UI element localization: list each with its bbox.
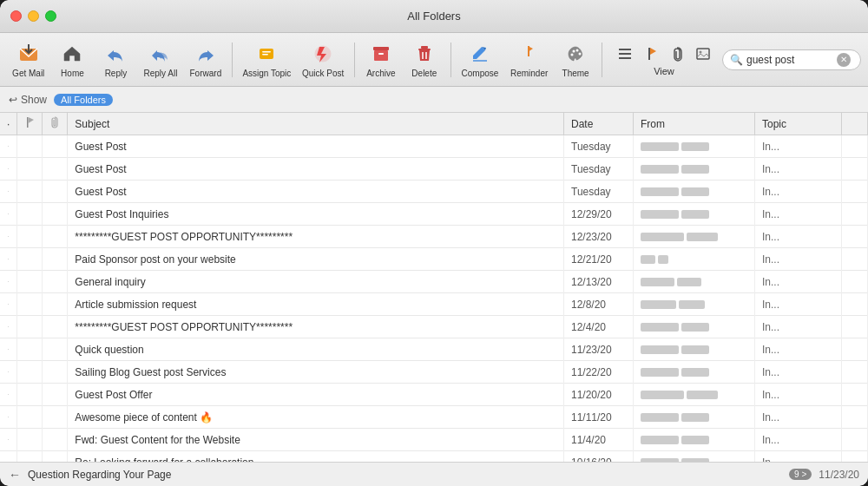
- table-row[interactable]: · Guest Post Tuesday In...: [0, 158, 868, 181]
- folder-badge[interactable]: All Folders: [54, 94, 113, 106]
- quick-post-label: Quick Post: [302, 69, 344, 78]
- search-box[interactable]: 🔍 ✕: [722, 49, 861, 70]
- back-nav-button[interactable]: ←: [9, 468, 21, 482]
- table-row[interactable]: · Re: Looking forward for a collaboratio…: [0, 451, 868, 463]
- email-subject[interactable]: Re: Looking forward for a collaboration: [68, 451, 564, 463]
- delete-icon: [412, 42, 437, 66]
- bottom-badge[interactable]: 9 >: [789, 469, 812, 480]
- table-row[interactable]: · *********GUEST POST OPPORTUNITY*******…: [0, 316, 868, 338]
- minimize-button[interactable]: [28, 10, 39, 22]
- email-table: · Subject Date From Topic · Gue: [0, 113, 868, 462]
- flag-cell[interactable]: [17, 135, 43, 158]
- col-header-date[interactable]: Date: [564, 113, 634, 135]
- flag-cell[interactable]: [17, 203, 43, 226]
- email-subject[interactable]: Sailing Blog Guest post Services: [68, 361, 564, 384]
- flag-cell[interactable]: [17, 181, 43, 203]
- email-subject[interactable]: Awesome piece of content 🔥: [68, 406, 564, 429]
- home-button[interactable]: Home: [51, 38, 93, 82]
- attach-cell: [43, 203, 68, 226]
- reply-all-button[interactable]: Reply All: [138, 38, 182, 82]
- show-button[interactable]: ↩ Show: [9, 94, 47, 106]
- flag-cell[interactable]: [17, 316, 43, 338]
- flag-cell[interactable]: [17, 429, 43, 451]
- flag-cell[interactable]: [17, 361, 43, 384]
- email-date: 12/8/20: [564, 293, 634, 316]
- email-date: 11/22/20: [564, 361, 634, 384]
- search-input[interactable]: [746, 54, 833, 66]
- email-topic: In...: [755, 338, 842, 361]
- reply-button[interactable]: Reply: [95, 38, 136, 82]
- search-clear-button[interactable]: ✕: [837, 53, 851, 67]
- email-date: 10/16/20: [564, 451, 634, 463]
- quick-post-button[interactable]: Quick Post: [297, 38, 348, 82]
- svg-point-17: [573, 49, 575, 52]
- email-subject[interactable]: Paid Sponsor post on your website: [68, 248, 564, 271]
- forward-button[interactable]: Forward: [184, 38, 227, 82]
- col-header-from[interactable]: From: [634, 113, 755, 135]
- email-subject[interactable]: *********GUEST POST OPPORTUNITY*********: [68, 226, 564, 248]
- table-row[interactable]: · Quick question 11/23/20 In...: [0, 338, 868, 361]
- table-row[interactable]: · *********GUEST POST OPPORTUNITY*******…: [0, 226, 868, 248]
- svg-rect-27: [27, 117, 29, 128]
- table-row[interactable]: · Guest Post Inquiries 12/29/20 In...: [0, 203, 868, 226]
- attach-view-icon[interactable]: [667, 43, 687, 64]
- flag-cell[interactable]: [17, 293, 43, 316]
- assign-topic-button[interactable]: Assign Topic: [238, 38, 295, 82]
- email-subject[interactable]: *********GUEST POST OPPORTUNITY*********: [68, 316, 564, 338]
- close-button[interactable]: [10, 10, 22, 22]
- reminder-button[interactable]: Reminder: [505, 38, 553, 82]
- attach-cell: [43, 135, 68, 158]
- reply-all-icon: [148, 42, 173, 66]
- get-mail-button[interactable]: Get Mail: [7, 38, 49, 82]
- flag-cell[interactable]: [17, 406, 43, 429]
- email-topic: In...: [755, 226, 842, 248]
- email-subject[interactable]: Guest Post Inquiries: [68, 203, 564, 226]
- search-icon: 🔍: [730, 54, 743, 66]
- flag-cell[interactable]: [17, 271, 43, 293]
- email-subject[interactable]: Guest Post: [68, 181, 564, 203]
- flag-cell[interactable]: [17, 384, 43, 406]
- compose-button[interactable]: Compose: [457, 38, 503, 82]
- table-row[interactable]: · General inquiry 12/13/20 In...: [0, 271, 868, 293]
- table-row[interactable]: · Guest Post Offer 11/20/20 In...: [0, 384, 868, 406]
- table-row[interactable]: · Guest Post Tuesday In...: [0, 181, 868, 203]
- image-view-icon[interactable]: [693, 43, 713, 64]
- email-subject[interactable]: Article submission request: [68, 293, 564, 316]
- table-row[interactable]: · Fwd: Guest Content for the Website 11/…: [0, 429, 868, 451]
- maximize-button[interactable]: [45, 10, 56, 22]
- flag-cell[interactable]: [17, 226, 43, 248]
- delete-button[interactable]: Delete: [404, 38, 445, 82]
- email-subject[interactable]: Guest Post: [68, 135, 564, 158]
- flag-cell[interactable]: [17, 158, 43, 181]
- email-subject[interactable]: Guest Post: [68, 158, 564, 181]
- col-header-topic[interactable]: Topic: [755, 113, 842, 135]
- email-topic: In...: [755, 429, 842, 451]
- table-row[interactable]: · Article submission request 12/8/20 In.…: [0, 293, 868, 316]
- theme-button[interactable]: Theme: [555, 38, 596, 82]
- email-subject[interactable]: General inquiry: [68, 271, 564, 293]
- email-from: [634, 158, 755, 181]
- email-list[interactable]: · Subject Date From Topic · Gue: [0, 113, 868, 462]
- flag-cell[interactable]: [17, 451, 43, 463]
- theme-icon: [563, 42, 588, 66]
- unread-dot: ·: [0, 293, 17, 316]
- table-row[interactable]: · Guest Post Tuesday In...: [0, 135, 868, 158]
- table-row[interactable]: · Paid Sponsor post on your website 12/2…: [0, 248, 868, 271]
- col-header-attach: [43, 113, 68, 135]
- email-subject[interactable]: Quick question: [68, 338, 564, 361]
- archive-button[interactable]: Archive: [360, 38, 402, 82]
- flag-view-icon[interactable]: [641, 43, 661, 64]
- email-subject[interactable]: Fwd: Guest Content for the Website: [68, 429, 564, 451]
- list-view-icon[interactable]: [615, 43, 635, 64]
- table-row[interactable]: · Awesome piece of content 🔥 11/11/20 In…: [0, 406, 868, 429]
- col-header-subject[interactable]: Subject: [68, 113, 564, 135]
- unread-dot: ·: [0, 338, 17, 361]
- flag-cell[interactable]: [17, 338, 43, 361]
- bottom-subject: Question Regarding Your Page: [28, 469, 782, 481]
- flag-cell[interactable]: [17, 248, 43, 271]
- attach-cell: [43, 293, 68, 316]
- attach-cell: [43, 158, 68, 181]
- email-extra: [842, 271, 868, 293]
- email-subject[interactable]: Guest Post Offer: [68, 384, 564, 406]
- table-row[interactable]: · Sailing Blog Guest post Services 11/22…: [0, 361, 868, 384]
